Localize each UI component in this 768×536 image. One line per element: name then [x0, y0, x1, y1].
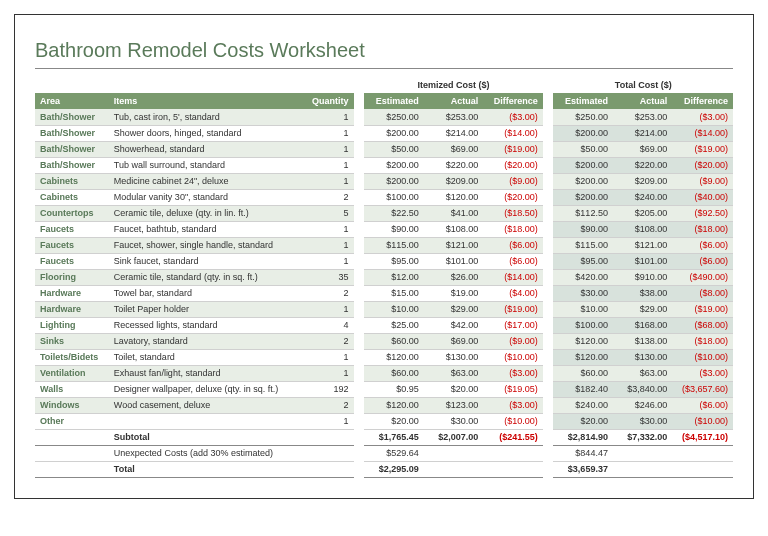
table-row: Bath/ShowerTub, cast iron, 5', standard1…: [35, 109, 733, 125]
cell-ia: $101.00: [424, 253, 483, 269]
cell-item: Shower doors, hinged, standard: [109, 125, 304, 141]
cell-ta: $209.00: [613, 173, 672, 189]
unexpected-ie: $529.64: [364, 445, 423, 461]
cell-id: ($19.00): [483, 301, 542, 317]
cell-ta: $3,840.00: [613, 381, 672, 397]
cell-qty: 1: [303, 253, 353, 269]
cell-te: $200.00: [553, 125, 612, 141]
cell-te: $182.40: [553, 381, 612, 397]
cell-id: ($20.00): [483, 157, 542, 173]
cell-item: Ceramic tile, deluxe (qty. in lin. ft.): [109, 205, 304, 221]
cell-ta: $214.00: [613, 125, 672, 141]
cell-ia: $123.00: [424, 397, 483, 413]
cell-area: Bath/Shower: [35, 141, 109, 157]
cell-ia: $69.00: [424, 141, 483, 157]
cell-item: Exhaust fan/light, standard: [109, 365, 304, 381]
cell-td: ($10.00): [672, 413, 733, 429]
cell-te: $60.00: [553, 365, 612, 381]
cell-ta: $246.00: [613, 397, 672, 413]
cell-ia: $214.00: [424, 125, 483, 141]
cell-te: $420.00: [553, 269, 612, 285]
cell-td: ($3.00): [672, 109, 733, 125]
cell-td: ($9.00): [672, 173, 733, 189]
cell-qty: 5: [303, 205, 353, 221]
cell-ta: $69.00: [613, 141, 672, 157]
cell-ie: $200.00: [364, 157, 423, 173]
worksheet-frame: Bathroom Remodel Costs Worksheet Itemize…: [14, 14, 754, 499]
cell-qty: 1: [303, 141, 353, 157]
cell-id: ($6.00): [483, 237, 542, 253]
cell-td: ($8.00): [672, 285, 733, 301]
cell-id: ($14.00): [483, 269, 542, 285]
cell-ta: $205.00: [613, 205, 672, 221]
table-row: FlooringCeramic tile, standard (qty. in …: [35, 269, 733, 285]
cell-ta: $30.00: [613, 413, 672, 429]
cell-qty: 35: [303, 269, 353, 285]
cell-td: ($10.00): [672, 349, 733, 365]
cell-ia: $63.00: [424, 365, 483, 381]
cell-td: ($14.00): [672, 125, 733, 141]
cell-qty: 192: [303, 381, 353, 397]
cell-ia: $108.00: [424, 221, 483, 237]
cell-ta: $168.00: [613, 317, 672, 333]
cell-area: Bath/Shower: [35, 109, 109, 125]
col-qty: Quantity: [303, 93, 353, 109]
cell-id: ($3.00): [483, 397, 542, 413]
cell-id: ($9.00): [483, 173, 542, 189]
cell-te: $200.00: [553, 157, 612, 173]
cell-td: ($490.00): [672, 269, 733, 285]
cell-te: $120.00: [553, 333, 612, 349]
cell-area: Flooring: [35, 269, 109, 285]
cell-td: ($6.00): [672, 237, 733, 253]
cell-td: ($68.00): [672, 317, 733, 333]
cell-ie: $120.00: [364, 349, 423, 365]
cell-ie: $200.00: [364, 173, 423, 189]
col-i-diff: Difference: [483, 93, 542, 109]
col-i-est: Estimated: [364, 93, 423, 109]
cell-ia: $26.00: [424, 269, 483, 285]
itemized-header: Itemized Cost ($): [364, 77, 542, 93]
cell-area: Other: [35, 413, 109, 429]
cell-ta: $130.00: [613, 349, 672, 365]
cell-te: $120.00: [553, 349, 612, 365]
cell-ie: $90.00: [364, 221, 423, 237]
cell-id: ($3.00): [483, 365, 542, 381]
cell-area: Bath/Shower: [35, 125, 109, 141]
cell-qty: 1: [303, 365, 353, 381]
cell-qty: 4: [303, 317, 353, 333]
table-row: FaucetsFaucet, bathtub, standard1$90.00$…: [35, 221, 733, 237]
cell-area: Hardware: [35, 285, 109, 301]
cell-item: Recessed lights, standard: [109, 317, 304, 333]
cell-id: ($14.00): [483, 125, 542, 141]
cell-item: Designer wallpaper, deluxe (qty. in sq. …: [109, 381, 304, 397]
cell-ta: $29.00: [613, 301, 672, 317]
cell-ie: $200.00: [364, 125, 423, 141]
table-row: HardwareToilet Paper holder1$10.00$29.00…: [35, 301, 733, 317]
cell-td: ($19.00): [672, 141, 733, 157]
cell-te: $90.00: [553, 221, 612, 237]
cell-td: ($18.00): [672, 333, 733, 349]
cell-area: Cabinets: [35, 189, 109, 205]
unexpected-label: Unexpected Costs (add 30% estimated): [109, 445, 304, 461]
cell-ia: $30.00: [424, 413, 483, 429]
cell-te: $115.00: [553, 237, 612, 253]
cell-id: ($6.00): [483, 253, 542, 269]
cell-area: Lighting: [35, 317, 109, 333]
cell-ia: $42.00: [424, 317, 483, 333]
cell-id: ($19.05): [483, 381, 542, 397]
cell-td: ($3,657.60): [672, 381, 733, 397]
total-label: Total: [109, 461, 304, 477]
cell-ta: $63.00: [613, 365, 672, 381]
cell-id: ($9.00): [483, 333, 542, 349]
cell-item: Modular vanity 30", standard: [109, 189, 304, 205]
table-row: WallsDesigner wallpaper, deluxe (qty. in…: [35, 381, 733, 397]
cell-item: Towel bar, standard: [109, 285, 304, 301]
table-row: FaucetsSink faucet, standard1$95.00$101.…: [35, 253, 733, 269]
cell-te: $50.00: [553, 141, 612, 157]
cell-ta: $108.00: [613, 221, 672, 237]
cell-ta: $240.00: [613, 189, 672, 205]
total-ie: $2,295.09: [364, 461, 423, 477]
cell-item: [109, 413, 304, 429]
col-items: Items: [109, 93, 304, 109]
cell-te: $30.00: [553, 285, 612, 301]
